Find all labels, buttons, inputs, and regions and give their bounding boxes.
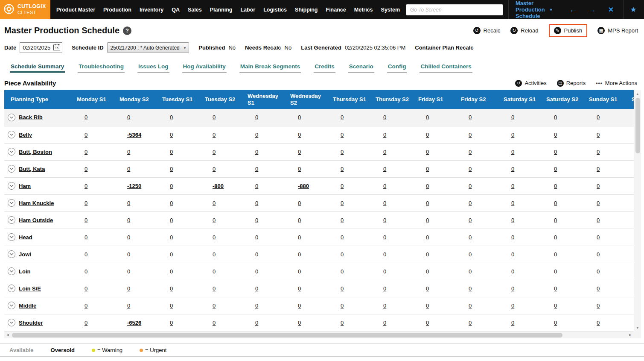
cell-value[interactable]: 0 [341,320,344,326]
menu-item-sales[interactable]: Sales [188,7,202,13]
cell-value[interactable]: 0 [426,149,429,155]
scroll-down-icon[interactable]: ▼ [634,324,641,331]
cell-value[interactable]: 0 [213,132,216,138]
cell-value[interactable]: 0 [597,183,600,189]
cell-value[interactable]: 0 [469,132,472,138]
chevron-down-icon[interactable] [8,199,15,207]
cell-value[interactable]: 0 [341,114,344,120]
cell-value[interactable]: 0 [426,166,429,172]
go-to-screen-input[interactable] [406,4,503,15]
menu-item-production[interactable]: Production [103,7,131,13]
cell-value[interactable]: 0 [554,234,557,241]
cell-value[interactable]: 0 [85,251,87,258]
cell-value[interactable]: 0 [511,234,514,241]
cell-value[interactable]: 0 [597,285,600,292]
cell-value[interactable]: 0 [213,200,216,206]
cell-value[interactable]: 0 [170,320,173,326]
schedule-id-select[interactable]: 250217200 : * Auto Generated ▾ [107,42,189,53]
menu-item-finance[interactable]: Finance [326,7,346,13]
scroll-left-icon[interactable]: ◀ [4,332,11,338]
cell-value[interactable]: 0 [255,200,258,206]
cell-value[interactable]: -5364 [127,132,141,138]
menu-item-labor[interactable]: Labor [240,7,255,13]
cell-value[interactable]: 0 [511,166,514,172]
cell-value[interactable]: 0 [383,285,386,292]
cell-value[interactable]: 0 [213,268,216,275]
scroll-right-icon[interactable]: ▶ [627,332,634,338]
chevron-down-icon[interactable] [8,267,15,275]
cell-value[interactable]: 0 [554,217,557,223]
cell-value[interactable]: 0 [255,166,258,172]
cell-value[interactable]: 0 [170,149,173,155]
cell-value[interactable]: 0 [469,183,472,189]
cell-value[interactable]: 0 [127,166,130,172]
chevron-down-icon[interactable] [8,148,15,156]
cell-value[interactable]: 0 [298,302,301,309]
menu-item-inventory[interactable]: Inventory [140,7,163,13]
close-button[interactable]: × [602,5,621,15]
cell-value[interactable]: 0 [469,114,472,120]
column-header-monday-s2[interactable]: Monday S2 [115,90,158,109]
cell-value[interactable]: 0 [127,251,130,258]
planning-type-link[interactable]: Butt, Boston [19,149,52,155]
cell-value[interactable]: 0 [298,114,301,120]
cell-value[interactable]: 0 [597,234,600,241]
cell-value[interactable]: 0 [554,183,557,189]
cell-value[interactable]: 0 [170,217,173,223]
cell-value[interactable]: 0 [554,114,557,120]
recalc-button[interactable]: ↺Recalc [473,24,501,37]
cell-value[interactable]: -6526 [127,320,141,326]
cell-value[interactable]: 0 [341,268,344,275]
cell-value[interactable]: 0 [170,114,173,120]
column-header-tuesday-s2[interactable]: Tuesday S2 [201,90,243,109]
column-header-thursday-s2[interactable]: Thursday S2 [371,90,414,109]
chevron-down-icon[interactable] [8,165,15,173]
cell-value[interactable]: 0 [85,132,87,138]
publish-button[interactable]: ✎Publish [549,24,588,37]
cell-value[interactable]: 0 [127,217,130,223]
more-actions-button[interactable]: •••More Actions [596,80,637,86]
cell-value[interactable]: 0 [469,217,472,223]
cell-value[interactable]: 0 [85,268,87,275]
chevron-down-icon[interactable] [8,216,15,224]
cell-value[interactable]: 0 [469,149,472,155]
cell-value[interactable]: 0 [597,302,600,309]
cell-value[interactable]: 0 [554,268,557,275]
horizontal-scrollbar[interactable]: ◀ ▶ [4,331,634,338]
cell-value[interactable]: 0 [511,183,514,189]
planning-type-link[interactable]: Ham Knuckle [19,200,54,206]
cell-value[interactable]: 0 [127,285,130,292]
tab-schedule-summary[interactable]: Schedule Summary [10,63,65,73]
cell-value[interactable]: 0 [469,234,472,241]
cell-value[interactable]: 0 [597,149,600,155]
cell-value[interactable]: 0 [213,217,216,223]
cell-value[interactable]: 0 [170,285,173,292]
chevron-down-icon[interactable] [8,319,15,326]
chevron-down-icon[interactable] [8,114,15,121]
cell-value[interactable]: 0 [426,114,429,120]
cell-value[interactable]: 0 [554,285,557,292]
cell-value[interactable]: 0 [298,251,301,258]
cell-value[interactable]: 0 [85,183,87,189]
cell-value[interactable]: 0 [383,114,386,120]
cell-value[interactable]: 0 [255,183,258,189]
back-button[interactable]: ← [564,5,583,15]
cell-value[interactable]: 0 [511,320,514,326]
cell-value[interactable]: 0 [127,234,130,241]
help-icon[interactable]: ? [123,26,131,35]
tab-chilled-containers[interactable]: Chilled Containers [420,63,472,73]
cell-value[interactable]: 0 [255,302,258,309]
tab-hog-availability[interactable]: Hog Availability [182,63,227,73]
column-header-thursday-s1[interactable]: Thursday S1 [329,90,371,109]
cell-value[interactable]: 0 [511,149,514,155]
cell-value[interactable]: 0 [554,149,557,155]
cell-value[interactable]: 0 [85,166,87,172]
cell-value[interactable]: 0 [85,114,87,120]
cell-value[interactable]: 0 [170,268,173,275]
cell-value[interactable]: 0 [85,285,87,292]
chevron-down-icon[interactable] [8,285,15,292]
cell-value[interactable]: 0 [469,268,472,275]
cell-value[interactable]: 0 [298,217,301,223]
reload-button[interactable]: ↻Reload [510,24,538,37]
cell-value[interactable]: 0 [383,132,386,138]
